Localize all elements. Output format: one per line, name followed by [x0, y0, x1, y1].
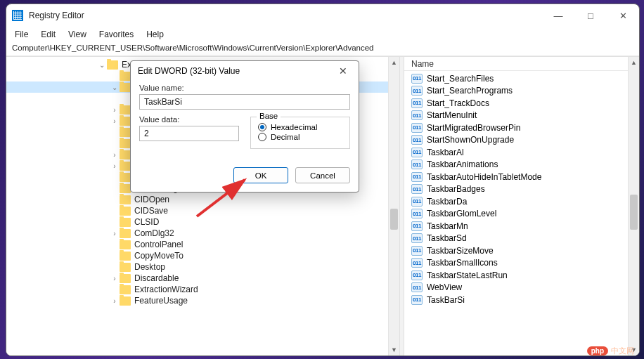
tree-item[interactable]: ›ComDlg32: [6, 228, 399, 239]
value-row[interactable]: 011TaskbarSizeMove: [404, 244, 639, 257]
value-row[interactable]: 011Start_TrackDocs: [404, 97, 639, 110]
regedit-icon: [12, 10, 23, 21]
expander-icon[interactable]: ⌄: [110, 84, 119, 91]
expander-icon[interactable]: ›: [110, 151, 119, 159]
dword-icon: 011: [411, 110, 423, 120]
dword-icon: 011: [411, 246, 423, 256]
tree-item-label: CIDSave: [134, 206, 168, 216]
dword-icon: 011: [411, 123, 423, 133]
expander-icon[interactable]: ›: [110, 275, 119, 282]
value-name: Start_TrackDocs: [427, 98, 489, 108]
menu-help[interactable]: Help: [146, 30, 164, 39]
value-row[interactable]: 011TaskbarAl: [404, 146, 639, 159]
value-row[interactable]: 011TaskbarSd: [404, 233, 639, 245]
tree-item[interactable]: ControlPanel: [6, 239, 399, 250]
dword-icon: 011: [411, 98, 423, 108]
value-row[interactable]: 011TaskbarStateLastRun: [404, 269, 639, 282]
scroll-thumb[interactable]: [630, 195, 638, 230]
column-header-name[interactable]: Name: [404, 57, 639, 71]
tree-item[interactable]: CLSID: [6, 216, 399, 228]
tree-item[interactable]: CIDOpen: [6, 194, 399, 205]
folder-icon: [120, 105, 131, 115]
tree-item-label: CopyMoveTo: [134, 251, 183, 261]
folder-icon: [120, 252, 131, 261]
value-row[interactable]: 011TaskbarSmallIcons: [404, 257, 639, 270]
dword-icon: 011: [411, 282, 423, 292]
menu-edit[interactable]: Edit: [41, 30, 56, 39]
dword-icon: 011: [411, 233, 423, 243]
expander-icon[interactable]: ›: [110, 230, 119, 237]
value-row[interactable]: 011StartShownOnUpgrade: [404, 134, 639, 147]
dialog-titlebar[interactable]: Edit DWORD (32-bit) Value ✕: [131, 61, 359, 81]
expander-icon[interactable]: ⌄: [98, 61, 106, 69]
expander-icon[interactable]: ›: [110, 297, 119, 305]
address-bar[interactable]: Computer\HKEY_CURRENT_USER\Software\Micr…: [6, 42, 639, 56]
menu-view[interactable]: View: [68, 30, 86, 39]
ok-button[interactable]: OK: [233, 167, 288, 183]
values-pane[interactable]: Name 011Start_SearchFiles011Start_Search…: [404, 57, 639, 355]
value-row[interactable]: 011TaskbarAutoHideInTabletMode: [404, 171, 639, 183]
scroll-down-icon[interactable]: ▼: [389, 344, 399, 355]
value-name: TaskbarSd: [427, 233, 467, 243]
dword-icon: 011: [411, 184, 423, 194]
tree-item[interactable]: Desktop: [6, 261, 399, 273]
menu-favorites[interactable]: Favorites: [99, 30, 134, 39]
dword-icon: 011: [411, 135, 423, 145]
dword-icon: 011: [411, 172, 423, 182]
cancel-button[interactable]: Cancel: [295, 167, 350, 183]
tree-item[interactable]: ›FeatureUsage: [6, 295, 399, 306]
scroll-thumb[interactable]: [390, 209, 398, 230]
tree-scrollbar[interactable]: ▲ ▼: [388, 57, 399, 355]
radio-icon: [258, 123, 266, 131]
minimize-button[interactable]: —: [542, 4, 574, 27]
folder-icon: [120, 117, 131, 126]
value-row[interactable]: 011Start_SearchFiles: [404, 72, 639, 85]
maximize-button[interactable]: □: [574, 4, 607, 27]
tree-item-label: CIDOpen: [134, 195, 169, 204]
folder-icon: [120, 139, 131, 148]
value-row[interactable]: 011TaskbarBadges: [404, 183, 639, 196]
dialog-close-icon[interactable]: ✕: [335, 65, 352, 77]
scroll-up-icon[interactable]: ▲: [629, 57, 639, 68]
value-row[interactable]: 011Start_SearchPrograms: [404, 85, 639, 98]
titlebar[interactable]: Registry Editor — □ ✕: [6, 4, 639, 27]
tree-item[interactable]: ExtractionWizard: [6, 284, 399, 295]
value-row[interactable]: 011TaskbarGlomLevel: [404, 208, 639, 221]
watermark: php 中文网: [587, 346, 634, 356]
tree-item-label: ControlPanel: [134, 240, 183, 249]
expander-icon[interactable]: ›: [110, 106, 119, 114]
value-name: WebView: [427, 282, 462, 292]
dword-icon: 011: [411, 86, 423, 96]
folder-icon: [120, 296, 131, 306]
value-row[interactable]: 011StartMenuInit: [404, 110, 639, 122]
value-row[interactable]: 011TaskbarDa: [404, 195, 639, 208]
radio-decimal[interactable]: Decimal: [258, 133, 342, 141]
value-row[interactable]: 011TaskbarMn: [404, 220, 639, 233]
dword-icon: 011: [411, 148, 423, 157]
tree-item[interactable]: ›Discardable: [6, 273, 399, 284]
value-row[interactable]: 011TaskBarSi: [404, 294, 639, 306]
close-button[interactable]: ✕: [607, 4, 639, 27]
tree-item[interactable]: CIDSave: [6, 205, 399, 216]
value-data-field[interactable]: [139, 126, 239, 141]
scroll-up-icon[interactable]: ▲: [389, 57, 399, 68]
value-name: StartMenuInit: [427, 110, 477, 120]
menubar: File Edit View Favorites Help: [6, 27, 639, 42]
expander-icon[interactable]: ›: [110, 162, 119, 170]
folder-icon: [120, 173, 131, 182]
value-row[interactable]: 011WebView: [404, 282, 639, 294]
expander-icon[interactable]: ›: [110, 117, 119, 125]
value-name: StartMigratedBrowserPin: [427, 123, 520, 133]
dword-icon: 011: [411, 221, 423, 231]
tree-item-label: ExtractionWizard: [134, 285, 198, 294]
dialog-title: Edit DWORD (32-bit) Value: [138, 66, 240, 76]
value-row[interactable]: 011TaskbarAnimations: [404, 159, 639, 171]
list-scrollbar[interactable]: ▲ ▼: [628, 57, 639, 355]
menu-file[interactable]: File: [15, 30, 28, 39]
value-name: TaskbarMn: [427, 221, 468, 231]
folder-icon: [120, 195, 131, 204]
dword-icon: 011: [411, 270, 423, 280]
tree-item[interactable]: CopyMoveTo: [6, 250, 399, 261]
value-row[interactable]: 011StartMigratedBrowserPin: [404, 122, 639, 134]
radio-hexadecimal[interactable]: Hexadecimal: [258, 123, 342, 131]
